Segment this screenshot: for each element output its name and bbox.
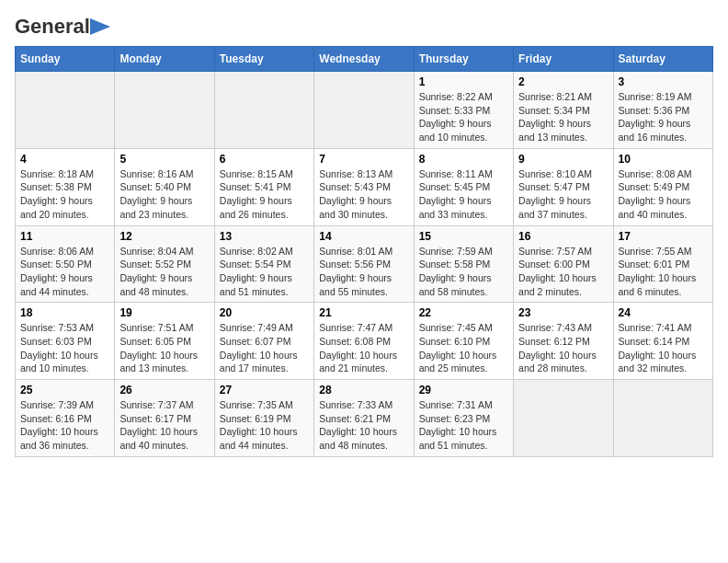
- day-number: 26: [119, 384, 209, 396]
- day-number: 6: [220, 153, 309, 166]
- calendar-cell: 22Sunrise: 7:45 AMSunset: 6:10 PMDayligh…: [414, 303, 513, 380]
- day-info: Sunrise: 8:16 AMSunset: 5:40 PMDaylight:…: [119, 167, 209, 222]
- calendar-cell: 11Sunrise: 8:06 AMSunset: 5:50 PMDayligh…: [16, 225, 115, 303]
- calendar-cell: [214, 72, 313, 149]
- calendar-cell: 2Sunrise: 8:21 AMSunset: 5:34 PMDaylight…: [514, 72, 613, 149]
- calendar-cell: 4Sunrise: 8:18 AMSunset: 5:38 PMDaylight…: [16, 148, 115, 225]
- day-number: 24: [619, 306, 708, 319]
- day-info: Sunrise: 8:15 AMSunset: 5:41 PMDaylight:…: [220, 167, 309, 222]
- calendar-cell: [514, 380, 613, 457]
- day-number: 14: [319, 230, 408, 243]
- calendar-header: SundayMondayTuesdayWednesdayThursdayFrid…: [16, 47, 713, 72]
- calendar-cell: 6Sunrise: 8:15 AMSunset: 5:41 PMDaylight…: [214, 148, 313, 225]
- week-row-2: 4Sunrise: 8:18 AMSunset: 5:38 PMDaylight…: [16, 148, 713, 225]
- day-number: 29: [419, 384, 508, 396]
- day-number: 11: [20, 230, 109, 243]
- day-number: 18: [20, 306, 109, 319]
- day-number: 3: [619, 75, 708, 88]
- calendar-table: SundayMondayTuesdayWednesdayThursdayFrid…: [15, 46, 713, 457]
- calendar-cell: 19Sunrise: 7:51 AMSunset: 6:05 PMDayligh…: [115, 303, 214, 380]
- calendar-cell: 10Sunrise: 8:08 AMSunset: 5:49 PMDayligh…: [613, 148, 712, 225]
- day-number: 9: [518, 153, 608, 166]
- week-row-5: 25Sunrise: 7:39 AMSunset: 6:16 PMDayligh…: [16, 380, 713, 457]
- week-row-3: 11Sunrise: 8:06 AMSunset: 5:50 PMDayligh…: [16, 225, 713, 303]
- week-row-1: 1Sunrise: 8:22 AMSunset: 5:33 PMDaylight…: [16, 72, 713, 149]
- day-number: 21: [319, 306, 408, 319]
- col-header-wednesday: Wednesday: [314, 47, 414, 72]
- week-row-4: 18Sunrise: 7:53 AMSunset: 6:03 PMDayligh…: [16, 303, 713, 380]
- calendar-cell: 9Sunrise: 8:10 AMSunset: 5:47 PMDaylight…: [514, 148, 613, 225]
- logo: General: [15, 15, 110, 35]
- calendar-cell: 5Sunrise: 8:16 AMSunset: 5:40 PMDaylight…: [115, 148, 214, 225]
- day-number: 5: [119, 153, 209, 166]
- day-number: 1: [419, 75, 508, 88]
- day-info: Sunrise: 8:04 AMSunset: 5:52 PMDaylight:…: [119, 245, 209, 299]
- day-number: 23: [518, 306, 608, 319]
- day-info: Sunrise: 8:01 AMSunset: 5:56 PMDaylight:…: [319, 245, 408, 299]
- day-info: Sunrise: 7:59 AMSunset: 5:58 PMDaylight:…: [419, 245, 508, 299]
- day-info: Sunrise: 7:41 AMSunset: 6:14 PMDaylight:…: [619, 321, 708, 375]
- calendar-cell: 27Sunrise: 7:35 AMSunset: 6:19 PMDayligh…: [214, 380, 313, 457]
- day-number: 12: [119, 230, 209, 243]
- col-header-tuesday: Tuesday: [214, 47, 313, 72]
- day-info: Sunrise: 7:39 AMSunset: 6:16 PMDaylight:…: [20, 398, 109, 453]
- calendar-cell: 15Sunrise: 7:59 AMSunset: 5:58 PMDayligh…: [414, 225, 513, 303]
- day-info: Sunrise: 8:02 AMSunset: 5:54 PMDaylight:…: [220, 245, 309, 299]
- svg-marker-0: [90, 18, 110, 35]
- col-header-sunday: Sunday: [16, 47, 115, 72]
- calendar-cell: 17Sunrise: 7:55 AMSunset: 6:01 PMDayligh…: [613, 225, 712, 303]
- calendar-cell: 26Sunrise: 7:37 AMSunset: 6:17 PMDayligh…: [115, 380, 214, 457]
- calendar-cell: 24Sunrise: 7:41 AMSunset: 6:14 PMDayligh…: [613, 303, 712, 380]
- day-number: 13: [220, 230, 309, 243]
- day-number: 19: [119, 306, 209, 319]
- logo-arrow-icon: [90, 18, 110, 35]
- day-info: Sunrise: 8:13 AMSunset: 5:43 PMDaylight:…: [319, 167, 408, 222]
- col-header-friday: Friday: [514, 47, 613, 72]
- calendar-cell: 29Sunrise: 7:31 AMSunset: 6:23 PMDayligh…: [414, 380, 513, 457]
- col-header-saturday: Saturday: [613, 47, 712, 72]
- day-info: Sunrise: 7:47 AMSunset: 6:08 PMDaylight:…: [319, 321, 408, 375]
- day-number: 2: [518, 75, 608, 88]
- day-number: 17: [619, 230, 708, 243]
- calendar-cell: 28Sunrise: 7:33 AMSunset: 6:21 PMDayligh…: [314, 380, 414, 457]
- calendar-cell: [115, 72, 214, 149]
- day-info: Sunrise: 7:51 AMSunset: 6:05 PMDaylight:…: [119, 321, 209, 375]
- day-number: 8: [419, 153, 508, 166]
- calendar-cell: 23Sunrise: 7:43 AMSunset: 6:12 PMDayligh…: [514, 303, 613, 380]
- day-number: 10: [619, 153, 708, 166]
- day-info: Sunrise: 7:45 AMSunset: 6:10 PMDaylight:…: [419, 321, 508, 375]
- day-info: Sunrise: 8:06 AMSunset: 5:50 PMDaylight:…: [20, 245, 109, 299]
- calendar-cell: 18Sunrise: 7:53 AMSunset: 6:03 PMDayligh…: [16, 303, 115, 380]
- day-number: 7: [319, 153, 408, 166]
- day-info: Sunrise: 8:19 AMSunset: 5:36 PMDaylight:…: [619, 90, 708, 144]
- day-info: Sunrise: 8:10 AMSunset: 5:47 PMDaylight:…: [518, 167, 608, 222]
- day-info: Sunrise: 8:08 AMSunset: 5:49 PMDaylight:…: [619, 167, 708, 222]
- day-info: Sunrise: 7:53 AMSunset: 6:03 PMDaylight:…: [20, 321, 109, 375]
- calendar-cell: 1Sunrise: 8:22 AMSunset: 5:33 PMDaylight…: [414, 72, 513, 149]
- day-info: Sunrise: 7:55 AMSunset: 6:01 PMDaylight:…: [619, 245, 708, 299]
- day-info: Sunrise: 7:57 AMSunset: 6:00 PMDaylight:…: [518, 245, 608, 299]
- calendar-cell: 25Sunrise: 7:39 AMSunset: 6:16 PMDayligh…: [16, 380, 115, 457]
- day-info: Sunrise: 7:37 AMSunset: 6:17 PMDaylight:…: [119, 398, 209, 453]
- day-info: Sunrise: 7:31 AMSunset: 6:23 PMDaylight:…: [419, 398, 508, 453]
- day-info: Sunrise: 8:11 AMSunset: 5:45 PMDaylight:…: [419, 167, 508, 222]
- day-number: 27: [220, 384, 309, 396]
- calendar-cell: 3Sunrise: 8:19 AMSunset: 5:36 PMDaylight…: [613, 72, 712, 149]
- logo-general: General: [15, 15, 90, 39]
- day-number: 20: [220, 306, 309, 319]
- day-number: 28: [319, 384, 408, 396]
- day-info: Sunrise: 7:43 AMSunset: 6:12 PMDaylight:…: [518, 321, 608, 375]
- day-number: 16: [518, 230, 608, 243]
- calendar-cell: 14Sunrise: 8:01 AMSunset: 5:56 PMDayligh…: [314, 225, 414, 303]
- day-number: 22: [419, 306, 508, 319]
- calendar-cell: 20Sunrise: 7:49 AMSunset: 6:07 PMDayligh…: [214, 303, 313, 380]
- calendar-cell: [613, 380, 712, 457]
- day-info: Sunrise: 8:18 AMSunset: 5:38 PMDaylight:…: [20, 167, 109, 222]
- calendar-cell: [314, 72, 414, 149]
- calendar-cell: 21Sunrise: 7:47 AMSunset: 6:08 PMDayligh…: [314, 303, 414, 380]
- calendar-cell: 12Sunrise: 8:04 AMSunset: 5:52 PMDayligh…: [115, 225, 214, 303]
- calendar-cell: 7Sunrise: 8:13 AMSunset: 5:43 PMDaylight…: [314, 148, 414, 225]
- day-info: Sunrise: 7:49 AMSunset: 6:07 PMDaylight:…: [220, 321, 309, 375]
- calendar-cell: [16, 72, 115, 149]
- col-header-thursday: Thursday: [414, 47, 513, 72]
